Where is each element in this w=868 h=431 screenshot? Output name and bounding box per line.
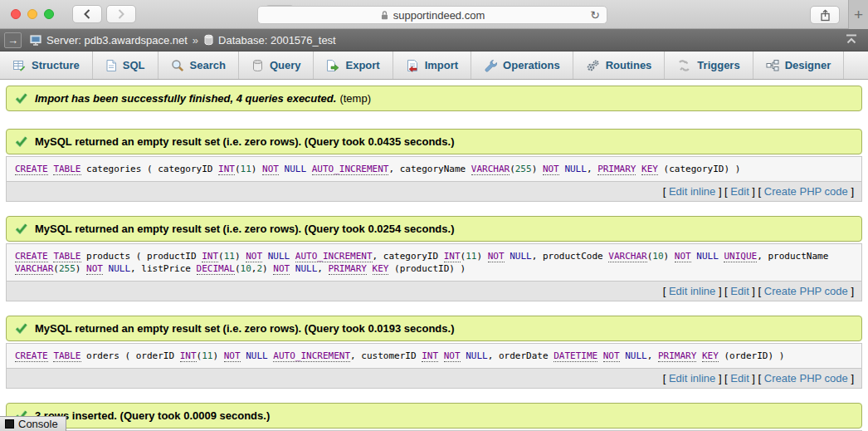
success-check-icon — [15, 93, 27, 104]
edit-inline-link[interactable]: Edit inline — [669, 285, 715, 297]
tab-designer[interactable]: Designer — [753, 51, 845, 79]
create-php-code-link[interactable]: Create PHP code — [764, 372, 848, 384]
create-php-code-link[interactable]: Create PHP code — [764, 285, 848, 297]
console-toggle[interactable]: Console — [0, 416, 66, 431]
query-result-insert: 3 rows inserted. (Query took 0.0009 seco… — [6, 403, 862, 431]
sql-token: UNIQUE — [724, 251, 757, 262]
sql-token: NOT — [488, 251, 505, 262]
sql-token: 11 — [202, 350, 212, 361]
sql-token: ) — [532, 164, 543, 174]
sql-token: NOT — [273, 263, 290, 275]
tab-export[interactable]: Export — [314, 51, 393, 79]
success-check-icon — [15, 323, 27, 334]
address-bar[interactable]: supportindeed.com ↻ — [257, 6, 607, 24]
sql-token: 10 — [652, 251, 663, 262]
breadcrumb-database-link[interactable]: Database: 2001576_test — [218, 34, 336, 47]
sql-token: INT — [202, 251, 218, 262]
structure-icon — [12, 59, 26, 72]
fullscreen-button[interactable] — [44, 9, 54, 19]
routines-icon — [586, 59, 600, 72]
import-message-text: Import has been successfully finished, 4… — [35, 92, 336, 105]
query-success-message: MySQL returned an empty result set (i.e.… — [6, 129, 862, 154]
sql-token: TABLE — [53, 350, 80, 362]
sql-token: PRIMARY — [329, 263, 367, 275]
edit-link[interactable]: Edit — [730, 372, 749, 384]
sql-token: CREATE — [15, 251, 48, 262]
sql-token: , listPrice — [130, 263, 196, 274]
sql-token — [306, 164, 312, 174]
query-message-text: MySQL returned an empty result set (i.e.… — [35, 135, 454, 148]
close-button[interactable] — [11, 9, 21, 19]
tab-routines[interactable]: Routines — [573, 51, 666, 79]
sql-token: products ( productID — [81, 251, 202, 262]
collapse-panel-icon[interactable] — [845, 33, 858, 47]
query-message-text: 3 rows inserted. (Query took 0.0009 seco… — [35, 409, 270, 422]
edit-inline-link[interactable]: Edit inline — [669, 185, 715, 198]
show-navigation-button[interactable]: → — [4, 32, 22, 48]
sql-token: ( — [235, 263, 241, 274]
sql-token: KEY — [373, 263, 389, 275]
designer-icon — [766, 59, 779, 72]
forward-button[interactable] — [106, 5, 136, 23]
sql-token — [290, 263, 295, 274]
sql-token — [438, 350, 444, 361]
tab-import[interactable]: Import — [393, 51, 471, 79]
sql-icon — [105, 59, 117, 72]
browser-toolbar: supportindeed.com ↻ + — [0, 0, 868, 29]
share-button[interactable] — [810, 6, 840, 24]
tab-search[interactable]: Search — [158, 51, 239, 79]
query-success-message: 3 rows inserted. (Query took 0.0009 seco… — [6, 403, 862, 429]
query-success-message: MySQL returned an empty result set (i.e.… — [6, 316, 862, 341]
query-message-text: MySQL returned an empty result set (i.e.… — [35, 223, 454, 235]
sql-token: DECIMAL — [197, 263, 235, 275]
database-icon — [203, 34, 214, 46]
import-message-note: (temp) — [339, 92, 371, 105]
triggers-icon — [677, 59, 691, 72]
reload-icon[interactable]: ↻ — [590, 8, 600, 22]
sql-token: NOT — [262, 164, 279, 175]
sql-token: PRIMARY — [658, 350, 696, 362]
sql-token: NULL — [285, 164, 307, 174]
pma-tab-bar: Structure SQL Search Query Export Import… — [0, 51, 868, 80]
sql-token: INT — [444, 251, 461, 262]
tab-operations[interactable]: Operations — [471, 51, 573, 79]
query-tools: [ Edit inline ] [ Edit ] [ Create PHP co… — [6, 369, 862, 389]
breadcrumb-server-link[interactable]: Server: pdb3.awardspace.net — [46, 34, 188, 47]
create-php-code-link[interactable]: Create PHP code — [764, 185, 848, 198]
sql-token: NOT — [675, 251, 691, 262]
edit-link[interactable]: Edit — [730, 285, 749, 297]
edit-inline-link[interactable]: Edit inline — [669, 372, 715, 384]
sql-token: ) — [476, 251, 487, 262]
breadcrumb: → Server: pdb3.awardspace.net » Database… — [0, 29, 868, 51]
sql-query-text: CREATE TABLE orders ( orderID INT(11) NO… — [6, 343, 862, 369]
query-message-text: MySQL returned an empty result set (i.e.… — [35, 322, 454, 335]
sql-token: AUTO_INCREMENT — [295, 251, 373, 262]
back-button[interactable] — [72, 5, 102, 23]
sql-token: NOT — [543, 164, 559, 175]
export-icon — [326, 59, 339, 72]
back-icon — [83, 9, 91, 19]
tab-structure[interactable]: Structure — [0, 51, 93, 79]
edit-link[interactable]: Edit — [730, 185, 749, 198]
sql-token: ) — [76, 263, 86, 274]
sql-token: KEY — [641, 164, 658, 175]
url-text: supportindeed.com — [393, 9, 485, 22]
sql-token: , — [647, 350, 658, 361]
new-tab-button[interactable]: + — [848, 0, 868, 29]
minimize-button[interactable] — [27, 9, 37, 19]
query-result-products: MySQL returned an empty result set (i.e.… — [6, 216, 862, 301]
sql-token — [597, 350, 603, 361]
sql-token: NULL — [696, 251, 719, 262]
tab-sql[interactable]: SQL — [93, 51, 158, 79]
tab-triggers[interactable]: Triggers — [665, 51, 753, 79]
sql-token: INT — [218, 164, 235, 175]
tab-query[interactable]: Query — [239, 51, 315, 79]
sql-token: NULL — [246, 350, 268, 361]
sql-token: ) — [664, 251, 675, 262]
sql-token: ) — [262, 263, 273, 274]
share-icon — [820, 9, 831, 22]
lock-icon — [380, 10, 389, 21]
sql-token: NULL — [295, 263, 318, 274]
sql-token: DATETIME — [553, 350, 597, 362]
sql-token: INT — [422, 350, 438, 362]
